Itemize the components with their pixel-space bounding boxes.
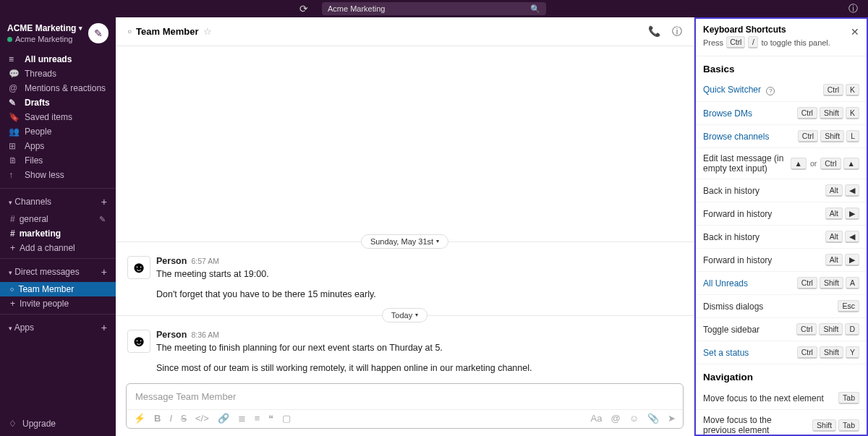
nav-icon: ⊞ [9,141,19,151]
codeblock-icon[interactable]: ▢ [282,413,291,424]
shortcut-row: All UnreadsCtrlShiftA [696,272,867,295]
nav-item-people[interactable]: 👥People [0,124,116,139]
shortcut-label: Forward in history [703,255,820,265]
nav-icon: 💬 [9,69,19,79]
avatar[interactable]: ☻ [127,330,150,353]
dm-team-member[interactable]: ○Team Member [0,282,116,296]
channels-header[interactable]: ▾ Channels + [0,192,116,212]
link-icon[interactable]: 🔗 [218,413,229,424]
ol-icon[interactable]: ≣ [238,413,246,424]
channel-title[interactable]: ○ Team Member ☆ [127,26,212,37]
message-text: The meeting starts at 19:00. [156,268,376,281]
channel-general[interactable]: #general✎ [0,212,116,226]
mention-icon[interactable]: @ [611,413,621,424]
lightning-icon[interactable]: ⚡ [134,413,145,424]
shortcut-keys: Alt▶ [825,208,859,220]
shortcut-row: Browse DMsCtrlShiftK [696,102,867,125]
channel-marketing[interactable]: #marketing [0,226,116,241]
close-icon[interactable]: ✕ [851,26,859,38]
nav-item-apps[interactable]: ⊞Apps [0,139,116,153]
chevron-down-icon: ▾ [9,199,12,206]
presence-dot [7,37,12,42]
shortcut-label[interactable]: Quick Switcher ? [703,85,817,95]
shortcut-label[interactable]: All Unreads [703,278,791,288]
upgrade-link[interactable]: ♢ Upgrade [0,411,116,436]
shortcut-row: Set a statusCtrlShiftY [696,341,867,364]
shortcut-row: Dismiss dialogsEsc [696,295,867,318]
channel-header: ○ Team Member ☆ 📞 ⓘ [116,17,694,46]
shortcut-row: Edit last message (in empty text input)▲… [696,148,867,179]
star-icon[interactable]: ☆ [203,26,212,37]
nav-item-saved-items[interactable]: 🔖Saved items [0,110,116,124]
message-author[interactable]: Person [156,256,187,266]
composer-input[interactable]: Message Team Member [127,384,683,409]
nav-list: ≡All unreads💬Threads@Mentions & reaction… [0,49,116,185]
workspace-header[interactable]: ACME Marketing▾ Acme Marketing ✎ [0,17,116,49]
avatar[interactable]: ☻ [127,256,150,279]
help-icon[interactable]: ⓘ [848,2,858,15]
nav-icon: ≡ [9,54,19,64]
shortcuts-subtitle: Press Ctrl / to toggle this panel. [703,36,859,48]
shortcut-row: Forward in historyAlt▶ [696,249,867,272]
compose-button[interactable]: ✎ [88,23,109,43]
message-composer[interactable]: Message Team Member ⚡ B I S̶ </> 🔗 ≣ ≡ ❝… [126,383,684,429]
shortcut-keys: CtrlK [823,84,859,96]
send-icon[interactable]: ➤ [668,413,676,424]
shortcut-label[interactable]: Browse DMs [703,108,791,119]
shortcut-keys: CtrlShiftD [796,323,859,335]
add-app-icon[interactable]: + [101,322,107,333]
strike-icon[interactable]: S̶ [181,413,187,424]
nav-item-mentions-reactions[interactable]: @Mentions & reactions [0,81,116,95]
message-text: Since most of our team is still working … [156,362,532,375]
nav-icon: ↑ [9,170,19,180]
dms-header[interactable]: ▾ Direct messages + [0,262,116,282]
add-channel[interactable]: +Add a channel [0,241,116,255]
emoji-icon[interactable]: ☺ [629,413,639,424]
attach-icon[interactable]: 📎 [647,413,659,424]
edit-icon[interactable]: ✎ [99,215,106,224]
shortcuts-section-title: Basics [696,56,867,79]
shortcut-keys: ▲orCtrl▲ [791,158,860,170]
shortcut-label[interactable]: Set a status [703,348,791,358]
help-icon[interactable]: ? [766,87,775,95]
add-channel-icon[interactable]: + [101,196,107,208]
message-text: Don't forget that you have to be there 1… [156,288,376,301]
call-icon[interactable]: 📞 [648,25,660,38]
message-list: Sunday, May 31st ▾ ☻ Person 6:57 AM The … [116,46,694,436]
nav-item-files[interactable]: 🗎Files [0,153,116,168]
nav-item-threads[interactable]: 💬Threads [0,67,116,81]
shortcut-keys: ShiftTab [812,419,859,432]
shortcut-label: Dismiss dialogs [703,302,832,312]
upgrade-icon: ♢ [9,419,17,429]
add-dm-icon[interactable]: + [101,266,107,278]
italic-icon[interactable]: I [169,413,172,424]
nav-item-all-unreads[interactable]: ≡All unreads [0,52,116,67]
search-text: Acme Marketing [328,4,385,13]
shortcuts-section-title: Navigation [696,364,867,387]
info-icon[interactable]: ⓘ [672,25,682,38]
shortcut-keys: Tab [838,392,859,404]
nav-icon: 🗎 [9,155,19,166]
shortcut-row: Toggle sidebarCtrlShiftD [696,318,867,341]
code-icon[interactable]: </> [195,413,209,424]
shortcut-label: Toggle sidebar [703,325,791,335]
shortcut-row: Browse channelsCtrlShiftL [696,125,867,148]
nav-item-drafts[interactable]: ✎Drafts [0,95,116,110]
apps-header[interactable]: ▾ Apps + [0,317,116,338]
nav-item-show-less[interactable]: ↑Show less [0,168,116,182]
nav-icon: @ [9,83,19,93]
shortcut-label[interactable]: Browse channels [703,132,792,142]
quote-icon[interactable]: ❝ [268,413,273,424]
message-time: 6:57 AM [191,257,219,265]
chevron-down-icon: ▾ [9,269,12,276]
bold-icon[interactable]: B [154,413,161,424]
shortcut-keys: CtrlShiftA [797,277,859,289]
shortcut-row: Back in historyAlt◀ [696,179,867,202]
format-icon[interactable]: Aa [591,413,603,424]
invite-people[interactable]: +Invite people [0,296,116,311]
search-input[interactable]: Acme Marketing 🔍 [322,2,546,15]
history-icon[interactable]: ⟳ [299,3,308,14]
ul-icon[interactable]: ≡ [255,413,260,424]
nav-icon: ✎ [9,98,19,108]
message-author[interactable]: Person [156,330,187,340]
